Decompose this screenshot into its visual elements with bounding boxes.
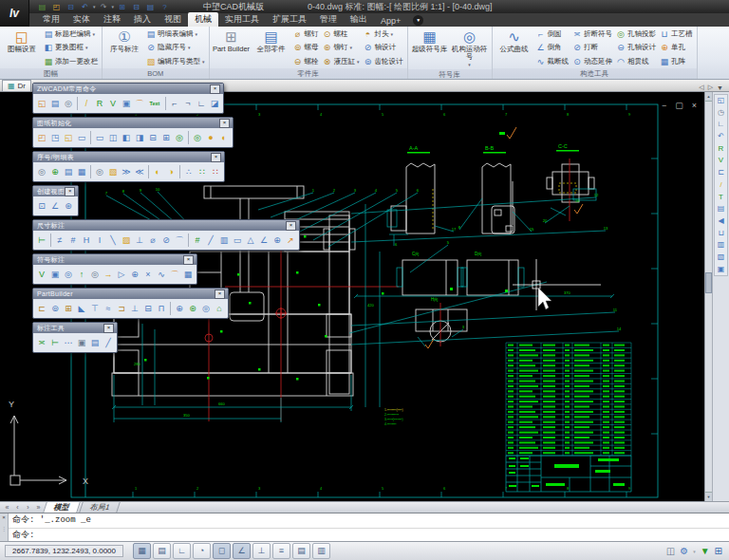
dropdown-arrow-icon[interactable]: ▾: [693, 547, 696, 556]
toolbar-icon[interactable]: ▥: [217, 233, 231, 248]
qat-undo-icon[interactable]: ↶: [79, 2, 91, 12]
toolbar-titlebar[interactable]: 符号标注×: [33, 254, 196, 265]
status-toggle-ortho[interactable]: ∟: [173, 543, 191, 559]
toolbar-icon[interactable]: ¬: [181, 96, 195, 111]
tool-icon[interactable]: T: [715, 192, 727, 204]
toolbar-icon[interactable]: V: [35, 267, 48, 282]
toolbar-icon[interactable]: ◎: [62, 267, 75, 282]
toolbar-icon[interactable]: ▣: [75, 335, 88, 350]
ribbon-item-添加一更改栏[interactable]: ▦添加一更改栏: [44, 55, 98, 67]
toolbar-icon[interactable]: ◨: [133, 130, 146, 145]
qat-new-icon[interactable]: ▤: [36, 2, 48, 12]
toolbar-icon[interactable]: →: [102, 267, 115, 282]
ribbon-button-序号标注[interactable]: ①序号标注: [104, 28, 144, 68]
toolbar-icon[interactable]: ●: [204, 130, 217, 145]
toolbar-icon[interactable]: ⌒: [173, 233, 186, 248]
layout-nav-arrow-icon[interactable]: ›: [24, 504, 32, 511]
ribbon-item-动态延伸[interactable]: ⊙动态延伸: [572, 55, 612, 67]
toolbar-titlebar[interactable]: ZWCADM常用命令×: [33, 84, 223, 94]
toolbar-icon[interactable]: ∠: [257, 233, 271, 248]
toolbar-icon[interactable]: ◪: [208, 96, 221, 111]
toolbar-icon[interactable]: ⊕: [128, 267, 141, 282]
toolbar-titlebar[interactable]: 尺寸标注×: [33, 220, 299, 231]
close-icon[interactable]: ×: [65, 187, 75, 196]
toolbar-icon[interactable]: ⋯: [62, 335, 75, 350]
tool-icon[interactable]: ⊏: [715, 167, 727, 179]
toolbar-icon[interactable]: ⊥: [128, 301, 141, 316]
toolbar-icon[interactable]: R: [93, 96, 106, 111]
toolbar-icon[interactable]: ↑: [75, 267, 88, 282]
toolbar-icon[interactable]: ⊡: [35, 198, 48, 214]
toolbar-icon[interactable]: I: [93, 233, 106, 248]
toolbar-icon[interactable]: ╱: [102, 335, 115, 350]
toolbar-icon[interactable]: ⊞: [62, 301, 75, 316]
toolbar-icon[interactable]: ◎: [88, 267, 102, 282]
ribbon-item-倒角[interactable]: ∠倒角: [536, 42, 570, 54]
ribbon-button-机构运动符号[interactable]: ◎机构运动符号▾: [450, 28, 490, 69]
layout-nav-arrow-icon[interactable]: «: [3, 504, 11, 511]
ribbon-item-标题栏编辑[interactable]: ▤标题栏编辑▾: [44, 28, 98, 41]
toolbar-icon[interactable]: ⊤: [88, 301, 102, 316]
dropdown-arrow-icon[interactable]: ▾: [93, 2, 96, 11]
toolbar-titlebar[interactable]: 图纸初始化×: [33, 118, 233, 128]
tab-App+[interactable]: App+: [374, 15, 407, 27]
ribbon-item-相贯线[interactable]: ◠相贯线: [616, 55, 656, 67]
toolbar-icon[interactable]: ▨: [120, 233, 133, 248]
ribbon-item-工艺槽[interactable]: ⊔工艺槽: [660, 28, 693, 41]
close-icon[interactable]: ×: [103, 324, 114, 333]
toolbar-icon[interactable]: V: [106, 96, 120, 111]
status-toggle-dyn[interactable]: ⊥: [252, 543, 271, 559]
status-toggle-snap[interactable]: ▦: [133, 543, 151, 559]
ribbon-item-孔阵[interactable]: ▦孔阵: [660, 55, 693, 67]
tool-icon[interactable]: ∟: [715, 119, 727, 131]
toolbar-icon[interactable]: ▤: [88, 335, 102, 350]
toolbar-icon[interactable]: ◐: [151, 164, 164, 179]
toolbar-icon[interactable]: ≈: [102, 301, 115, 316]
toolbar-icon[interactable]: ▣: [48, 267, 62, 282]
tab-输出[interactable]: 输出: [344, 12, 374, 27]
toolbar-icon[interactable]: ⊛: [186, 301, 199, 316]
tool-icon[interactable]: ▤: [715, 203, 727, 215]
toolbar-icon[interactable]: ⊕: [48, 164, 62, 179]
toolbar-icon[interactable]: ▭: [75, 130, 88, 145]
status-icon-annoscale[interactable]: ▼: [701, 545, 710, 558]
tab-插入[interactable]: 插入: [127, 12, 158, 27]
toolbar-icon[interactable]: ∠: [48, 198, 62, 214]
close-icon[interactable]: ×: [215, 289, 225, 299]
status-toggle-osnap[interactable]: ◻: [213, 543, 231, 559]
tool-icon[interactable]: ⊔: [715, 228, 727, 240]
toolbar-titlebar[interactable]: 标注工具×: [33, 323, 117, 333]
toolbar-icon[interactable]: ⌀: [146, 233, 159, 248]
toolbar-icon[interactable]: ⌐: [168, 96, 181, 111]
close-icon[interactable]: ×: [2, 514, 6, 521]
ribbon-item-编辑序号类型[interactable]: ▧编辑序号类型▾: [146, 55, 205, 67]
restore-icon[interactable]: ▢: [675, 101, 683, 110]
toolbar-icon[interactable]: H: [80, 233, 93, 248]
ribbon-item-隐藏序号[interactable]: ⊘隐藏序号▾: [146, 42, 205, 54]
layout-tab-模型[interactable]: 模型: [43, 502, 81, 513]
toolbar-icon[interactable]: ⊟: [141, 301, 155, 316]
ribbon-item-明细表编辑[interactable]: ▤明细表编辑▾: [146, 28, 205, 41]
toolbar-icon[interactable]: ╱: [204, 233, 217, 248]
ribbon-collapse-icon[interactable]: ▼: [413, 15, 423, 26]
toolbar-icon[interactable]: ⌒: [133, 96, 146, 111]
toolbar-icon[interactable]: ◐: [217, 130, 231, 145]
ribbon-button-图幅设置[interactable]: ◱图幅设置: [2, 28, 42, 68]
status-icon-fullscreen[interactable]: ⊞: [715, 545, 722, 558]
ribbon-item-单孔[interactable]: ⊕单孔: [660, 42, 693, 54]
tab-机械[interactable]: 机械: [188, 12, 218, 27]
ribbon-item-孔轴设计[interactable]: ⊖孔轴设计: [616, 42, 656, 54]
doc-tab-arrow-icon[interactable]: ◁: [699, 84, 703, 91]
toolbar-icon[interactable]: ◑: [164, 164, 178, 179]
toolbar-icon[interactable]: ≪: [133, 164, 146, 179]
close-icon[interactable]: ×: [210, 84, 220, 94]
toolbar-icon[interactable]: ▣: [120, 96, 133, 111]
toolbar-icon[interactable]: ▦: [181, 267, 195, 282]
toolbar-icon[interactable]: ▷: [115, 267, 128, 282]
qat-preview-icon[interactable]: ▤: [144, 2, 157, 12]
close-icon[interactable]: ×: [211, 153, 221, 162]
toolbar-icon[interactable]: ▤: [62, 164, 75, 179]
ribbon-button-公式曲线[interactable]: ∿公式曲线: [495, 28, 534, 68]
toolbar-icon[interactable]: ◎: [199, 301, 213, 316]
toolbar-icon[interactable]: ⊕: [173, 301, 186, 316]
